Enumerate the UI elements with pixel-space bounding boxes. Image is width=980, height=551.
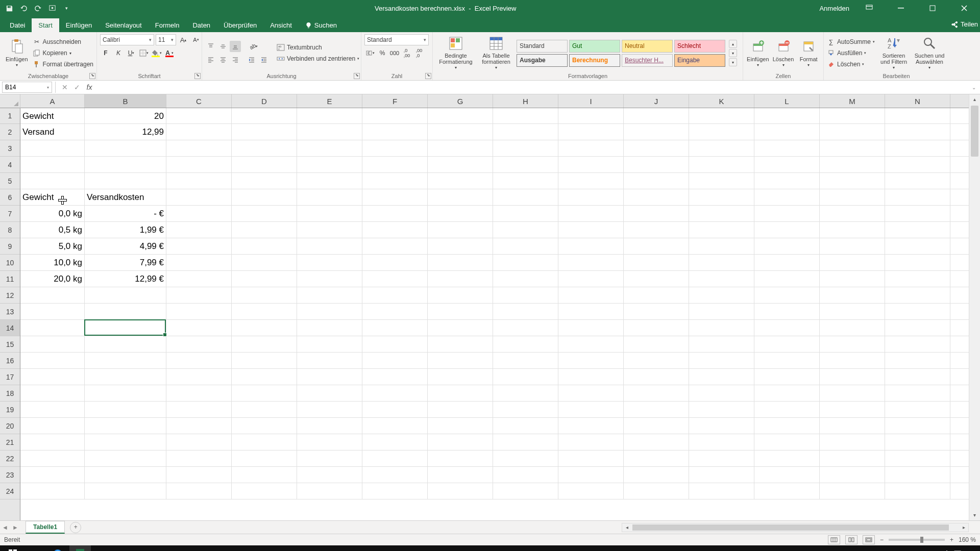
maximize-icon[interactable] (921, 0, 944, 16)
cell-K15[interactable] (689, 336, 754, 353)
cell-A18[interactable] (20, 385, 85, 402)
cell-B16[interactable] (85, 353, 166, 369)
scroll-down-icon[interactable]: ▾ (969, 510, 980, 520)
signin-link[interactable]: Anmelden (819, 5, 849, 12)
cell-A7[interactable]: 0,0 kg (20, 206, 85, 222)
cell-G2[interactable] (428, 124, 493, 140)
cell-B9[interactable]: 4,99 € (85, 238, 166, 255)
cell-E5[interactable] (297, 173, 362, 189)
cell-H17[interactable] (493, 369, 558, 385)
cell-E14[interactable] (297, 320, 362, 336)
thousands-icon[interactable]: 000 (389, 47, 400, 59)
cell-B12[interactable] (85, 287, 166, 304)
cell-I6[interactable] (558, 189, 624, 206)
cell-K7[interactable] (689, 206, 754, 222)
cell-C12[interactable] (166, 287, 232, 304)
cell-B1[interactable]: 20 (85, 108, 166, 124)
cell-G3[interactable] (428, 140, 493, 157)
cell-A3[interactable] (20, 140, 85, 157)
cell-F20[interactable] (362, 418, 428, 434)
cell-L21[interactable] (754, 434, 820, 450)
cell-L15[interactable] (754, 336, 820, 353)
cell-I21[interactable] (558, 434, 624, 450)
cell-N5[interactable] (885, 173, 950, 189)
cell-F7[interactable] (362, 206, 428, 222)
cell-N8[interactable] (885, 222, 950, 238)
cell-J2[interactable] (624, 124, 689, 140)
cell-I7[interactable] (558, 206, 624, 222)
cell-M16[interactable] (820, 353, 885, 369)
cell-D20[interactable] (232, 418, 297, 434)
cell-K12[interactable] (689, 287, 754, 304)
cell-H20[interactable] (493, 418, 558, 434)
cell-F1[interactable] (362, 108, 428, 124)
cell-L20[interactable] (754, 418, 820, 434)
cancel-formula-icon[interactable]: ✕ (59, 82, 71, 93)
cell-C18[interactable] (166, 385, 232, 402)
row-header-5[interactable]: 5 (0, 173, 20, 189)
cell-H24[interactable] (493, 483, 558, 499)
cell-N4[interactable] (885, 157, 950, 173)
cell-H7[interactable] (493, 206, 558, 222)
undo-icon[interactable] (18, 3, 29, 13)
tab-seitenlayout[interactable]: Seitenlayout (99, 18, 149, 32)
cell-J10[interactable] (624, 255, 689, 271)
cell-E2[interactable] (297, 124, 362, 140)
cell-H3[interactable] (493, 140, 558, 157)
cell-F13[interactable] (362, 304, 428, 320)
cell-G8[interactable] (428, 222, 493, 238)
cell-G11[interactable] (428, 271, 493, 287)
cell-D19[interactable] (232, 402, 297, 418)
format-painter-button[interactable]: Format übertragen (33, 59, 93, 69)
cell-D9[interactable] (232, 238, 297, 255)
formula-input[interactable] (95, 82, 980, 93)
cell-C4[interactable] (166, 157, 232, 173)
cell-N1[interactable] (885, 108, 950, 124)
cell-F4[interactable] (362, 157, 428, 173)
redo-icon[interactable] (33, 3, 43, 13)
cell-H10[interactable] (493, 255, 558, 271)
cell-J18[interactable] (624, 385, 689, 402)
cell-I15[interactable] (558, 336, 624, 353)
sort-filter-button[interactable]: AZSortieren und Filtern ▾ (877, 35, 911, 71)
cell-A20[interactable] (20, 418, 85, 434)
cell-G5[interactable] (428, 173, 493, 189)
cell-B6[interactable]: Versandkosten (85, 189, 166, 206)
cell-D14[interactable] (232, 320, 297, 336)
cell-K9[interactable] (689, 238, 754, 255)
cell-B2[interactable]: 12,99 (85, 124, 166, 140)
cell-G21[interactable] (428, 434, 493, 450)
cell-I1[interactable] (558, 108, 624, 124)
cell-N3[interactable] (885, 140, 950, 157)
cell-F16[interactable] (362, 353, 428, 369)
cell-I23[interactable] (558, 467, 624, 483)
cell-B23[interactable] (85, 467, 166, 483)
style-berechnung[interactable]: Berechnung (569, 54, 620, 67)
align-left-icon[interactable] (205, 54, 216, 65)
cell-D2[interactable] (232, 124, 297, 140)
cell-C16[interactable] (166, 353, 232, 369)
fill-button[interactable]: Ausfüllen ▾ (827, 48, 875, 58)
col-header-N[interactable]: N (885, 94, 950, 108)
cell-G23[interactable] (428, 467, 493, 483)
cell-N19[interactable] (885, 402, 950, 418)
alignment-launcher[interactable]: ⬊ (354, 73, 360, 79)
cell-D17[interactable] (232, 369, 297, 385)
cell-F24[interactable] (362, 483, 428, 499)
cell-D3[interactable] (232, 140, 297, 157)
cell-A22[interactable] (20, 450, 85, 467)
cell-K20[interactable] (689, 418, 754, 434)
cell-D12[interactable] (232, 287, 297, 304)
cell-G1[interactable] (428, 108, 493, 124)
merge-button[interactable]: Verbinden und zentrieren ▾ (277, 54, 359, 64)
wrap-text-button[interactable]: abcTextumbruch (277, 42, 359, 53)
cell-F11[interactable] (362, 271, 428, 287)
cell-J22[interactable] (624, 450, 689, 467)
name-box[interactable]: B14▾ (2, 82, 52, 93)
style-besuchter[interactable]: Besuchter H... (622, 54, 673, 67)
cell-H2[interactable] (493, 124, 558, 140)
font-color-button[interactable]: A▾ (164, 47, 175, 59)
cell-H9[interactable] (493, 238, 558, 255)
zoom-in-button[interactable]: + (950, 536, 953, 543)
task-excel[interactable]: X (69, 545, 91, 551)
